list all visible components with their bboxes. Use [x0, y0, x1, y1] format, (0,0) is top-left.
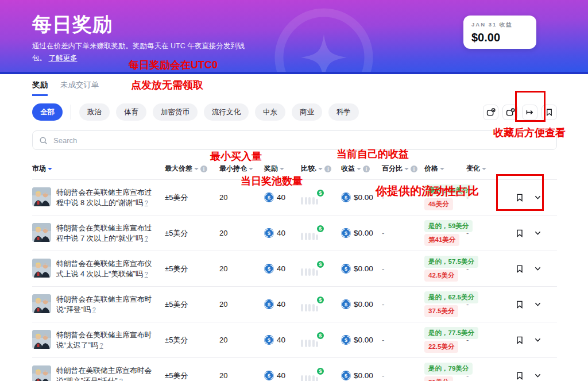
gauge-bar [308, 304, 311, 311]
price-cell: 是的，62.5美分 37.5美分 [424, 291, 466, 317]
market-help-link[interactable]: ? [100, 342, 103, 349]
col-percent[interactable]: 百分比i [382, 164, 424, 174]
col-compare[interactable]: 比较.i [301, 164, 341, 174]
chip-business[interactable]: 商业 [292, 103, 322, 121]
reward-value: $ 40 [264, 193, 301, 202]
sort-caret-icon [249, 168, 253, 172]
col-change[interactable]: 变化 [466, 164, 500, 174]
col-min-shares[interactable]: 最小持仓 [219, 164, 264, 174]
tab-rewards[interactable]: 奖励 [32, 80, 48, 96]
info-icon[interactable]: i [200, 166, 207, 172]
bookmark-icon[interactable] [515, 229, 524, 238]
max-spread-value: ±5美分 [165, 299, 219, 310]
price-yes-pill: 是的，79美分 [424, 363, 473, 375]
info-icon[interactable]: i [363, 166, 370, 172]
col-market[interactable]: 市场 [32, 164, 165, 174]
sort-caret-icon [404, 168, 409, 172]
chevron-down-icon[interactable] [533, 264, 542, 273]
col-price[interactable]: 价格 [424, 164, 466, 174]
chip-science[interactable]: 科学 [328, 103, 359, 121]
gauge-bar [308, 233, 311, 240]
chevron-down-icon[interactable] [533, 300, 542, 309]
usdc-icon: $ [264, 371, 274, 380]
percent-value: - [382, 336, 424, 344]
chevron-down-icon[interactable] [533, 229, 542, 237]
gauge-bar [301, 375, 303, 381]
chip-crypto[interactable]: 加密货币 [153, 103, 198, 121]
annotation-min-buy: 最小买入量 [210, 149, 262, 163]
reward-activity-icon[interactable] [502, 105, 518, 120]
liquidity-gauge: $ [301, 299, 319, 311]
col-earnings[interactable]: 收益i [341, 164, 382, 174]
annotation-utc-payout-line2: 点发放无需领取 [131, 78, 203, 92]
reward-history-icon[interactable] [483, 105, 498, 120]
col-max-spread[interactable]: 最大价差i [165, 164, 219, 174]
annotation-daily-pool: 当日奖池数量 [241, 174, 303, 188]
svg-text:$: $ [345, 373, 347, 379]
bookmark-icon[interactable] [515, 336, 524, 345]
market-help-link[interactable]: ? [145, 199, 148, 206]
col-reward[interactable]: 奖励 [264, 164, 301, 174]
min-shares-value: 20 [219, 371, 264, 380]
gauge-bar [308, 197, 311, 205]
min-shares-value: 20 [219, 300, 264, 309]
search-bar [32, 130, 557, 150]
info-icon[interactable]: i [324, 166, 331, 172]
reward-sparkle-watermark-icon [271, 5, 377, 74]
gauge-bar [312, 197, 315, 205]
price-cell: 是的，59美分 第41美分 [424, 220, 466, 246]
table-row[interactable]: 特朗普会在美联储主席宣布时说“太迟了”吗? ±5美分 20 $ 40 $ $ $… [32, 322, 557, 358]
chip-middle-east[interactable]: 中东 [255, 103, 285, 121]
gauge-bar [312, 268, 315, 276]
max-spread-value: ±5美分 [165, 228, 219, 238]
earnings-value: $ $0.00 [341, 335, 382, 345]
category-chips: 全部 政治 体育 加密货币 流行文化 中东 商业 科学 [32, 103, 359, 121]
jump-to-icon[interactable] [522, 105, 537, 120]
chip-pop-culture[interactable]: 流行文化 [204, 103, 249, 121]
bookmark-icon[interactable] [515, 264, 524, 274]
gauge-bar [312, 304, 315, 311]
market-help-link[interactable]: ? [92, 306, 96, 313]
reward-value: $ 40 [264, 371, 301, 380]
table-row[interactable]: 特朗普会在美联储主席宣布过程中说 7 次以上的“就业”吗? ±5美分 20 $ … [32, 215, 557, 251]
market-help-link[interactable]: ? [145, 235, 148, 242]
dollar-badge-icon: $ [316, 295, 325, 305]
table-row[interactable]: 特朗普会在美联储主席宣布仪式上说 4 次以上“美联储”吗? ±5美分 20 $ … [32, 251, 557, 287]
chevron-down-icon[interactable] [533, 371, 542, 380]
gauge-bar [305, 233, 307, 240]
gauge-bar [312, 233, 315, 240]
market-title: 特朗普会在美联储主席宣布过程中说 8 次以上的“谢谢”吗? [56, 187, 159, 208]
sort-caret-icon [440, 168, 444, 172]
chip-sports[interactable]: 体育 [116, 103, 146, 121]
gauge-bar [316, 341, 318, 347]
bookmark-icon[interactable] [515, 371, 524, 380]
reward-value: $ 40 [264, 335, 301, 345]
price-cell: 是的，79美分 21美分 [424, 363, 466, 381]
bookmark-filter-icon[interactable] [541, 105, 557, 120]
svg-text:$: $ [345, 302, 347, 307]
table-row[interactable]: 特朗普在美联储主席宣布时会说“凯文”还是“沃什”? ±5美分 20 $ 40 $… [32, 358, 557, 381]
market-cell: 特朗普在美联储主席宣布时会说“凯文”还是“沃什”? [32, 365, 165, 381]
market-help-link[interactable]: ? [145, 271, 148, 278]
usdc-icon: $ [264, 264, 274, 274]
chip-politics[interactable]: 政治 [79, 103, 110, 121]
learn-more-link[interactable]: 了解更多 [48, 54, 77, 62]
chevron-down-icon[interactable] [533, 336, 542, 344]
price-no-pill: 21美分 [424, 376, 453, 381]
max-spread-value: ±5美分 [165, 335, 219, 345]
row-actions [500, 229, 557, 238]
bookmark-icon[interactable] [515, 193, 524, 202]
gauge-bar [305, 268, 307, 276]
tab-open-orders[interactable]: 未成交订单 [60, 80, 99, 96]
bookmark-icon[interactable] [515, 300, 524, 309]
market-help-link[interactable]: ? [119, 378, 123, 381]
sort-caret-icon [357, 168, 361, 172]
info-icon[interactable]: i [411, 166, 417, 172]
svg-text:$: $ [345, 230, 347, 236]
chevron-down-icon[interactable] [533, 193, 542, 202]
chip-all[interactable]: 全部 [32, 103, 63, 121]
table-row[interactable]: 特朗普会在美联储主席宣布时说“拜登”吗? ±5美分 20 $ 40 $ $ $0… [32, 287, 557, 322]
search-input[interactable] [52, 136, 550, 145]
change-value: - [466, 300, 500, 309]
gauge-bar [316, 377, 318, 381]
